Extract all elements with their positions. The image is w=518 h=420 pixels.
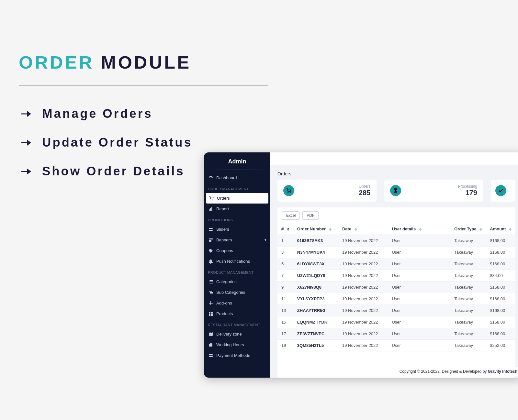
cell-date: 19 November 2022: [338, 235, 388, 247]
sidebar-item-label: Products: [216, 311, 233, 316]
cell-order-type: Takeaway: [450, 247, 486, 258]
cell-amount: $168.00: [486, 282, 515, 293]
arrow-right-icon: [21, 139, 31, 146]
table-row[interactable]: 9 X627NI93Q8 19 November 2022 User Takea…: [277, 282, 515, 293]
cell-user-details: User: [388, 293, 450, 305]
svg-marker-13: [419, 229, 422, 231]
bullet-text: Manage Orders: [42, 107, 153, 121]
barchart-icon: [208, 207, 213, 211]
column-header-user-details[interactable]: User details: [388, 223, 450, 235]
stat-cards: Orders 285 Processing 179: [270, 180, 518, 207]
cell-order-type: Takeaway: [450, 270, 486, 282]
sidebar-item-label: Categories: [216, 279, 237, 284]
sidebar-item-report[interactable]: Report: [204, 204, 270, 214]
table-row[interactable]: 11 VYLSYXPEP3 19 November 2022 User Take…: [277, 293, 515, 305]
sidebar-section-label: PRODUCT MANAGEMENT: [204, 267, 270, 276]
sidebar-section-label: RESTAURANT MANAGEMENT: [204, 319, 270, 329]
sort-icon: [287, 228, 289, 231]
column-header-label: User details: [392, 227, 416, 231]
cell-user-details: User: [388, 282, 450, 293]
stat-card-completed[interactable]: [491, 180, 515, 202]
column-header-amount[interactable]: Amount: [486, 223, 515, 235]
cell-user-details: User: [388, 305, 450, 316]
cell-order-number: VYLSYXPEP3: [293, 293, 338, 305]
table-row[interactable]: 19 3QM85H2TL5 19 November 2022 User Take…: [277, 340, 515, 351]
column-header-order-type[interactable]: Order Type: [450, 223, 486, 235]
plus-icon: [208, 301, 213, 305]
footer-text: Copyright © 2021-2022. Designed & Develo…: [400, 369, 488, 374]
sidebar-item-label: Coupons: [216, 248, 233, 253]
sidebar-item-dashboard[interactable]: Dashboard: [204, 172, 270, 183]
column-header-label: Order Type: [454, 227, 476, 231]
cell-date: 19 November 2022: [338, 293, 388, 305]
table-row[interactable]: 13 ZHAAYTRR5G 19 November 2022 User Take…: [277, 305, 515, 316]
cell-order-type: Takeaway: [450, 328, 486, 340]
sidebar-item-orders[interactable]: Orders: [206, 193, 268, 204]
sidebar-item-label: Payment Methods: [216, 353, 250, 358]
sidebar-item-label: Orders: [217, 196, 230, 201]
bullet-text: Update Order Status: [42, 136, 193, 149]
check-icon: [495, 185, 506, 196]
cell-amount: $168.00: [486, 258, 515, 270]
column-header-label: Amount: [490, 227, 506, 231]
cell-order-type: Takeaway: [450, 282, 486, 293]
stat-value: 285: [359, 189, 371, 197]
map-icon: [208, 332, 213, 337]
bullet-item: Manage Orders: [21, 107, 193, 121]
cell-index: 9: [277, 282, 293, 293]
table-row[interactable]: 7 U2W21LQDY8 19 November 2022 User Takea…: [277, 270, 515, 282]
cell-index: 5: [277, 258, 293, 270]
orders-table: # Order Number Date User details Order T…: [277, 223, 515, 351]
table-row[interactable]: 17 ZE3VZTNVPC 19 November 2022 User Take…: [277, 328, 515, 340]
export-buttons: Excel PDF: [277, 207, 515, 223]
bullet-text: Show Order Details: [42, 164, 185, 178]
cell-date: 19 November 2022: [338, 305, 388, 316]
column-header-date[interactable]: Date: [338, 223, 388, 235]
column-header-order-number[interactable]: Order Number: [293, 223, 338, 235]
sidebar-item-sliders[interactable]: Sliders: [204, 224, 270, 235]
sidebar-item-products[interactable]: Products: [204, 308, 270, 319]
svg-marker-3: [27, 140, 31, 146]
cell-date: 19 November 2022: [338, 340, 388, 351]
cell-order-number: ZHAAYTRR5G: [293, 305, 338, 316]
sidebar-item-label: Report: [216, 206, 229, 211]
table-row[interactable]: 5 6LDY08WE3X 19 November 2022 User Takea…: [277, 258, 515, 270]
cart-icon: [283, 185, 294, 196]
sidebar-item-coupons[interactable]: Coupons: [204, 245, 270, 256]
cell-user-details: User: [388, 258, 450, 270]
cell-date: 19 November 2022: [338, 258, 388, 270]
svg-marker-9: [329, 229, 332, 231]
svg-marker-1: [27, 111, 31, 117]
table-row[interactable]: 15 LQQNMZHYDK 19 November 2022 User Take…: [277, 316, 515, 328]
cell-date: 19 November 2022: [338, 247, 388, 258]
gauge-icon: [208, 176, 213, 180]
sidebar-item-sub-categories[interactable]: Sub Categories: [204, 287, 270, 298]
sidebar-item-categories[interactable]: Categories: [204, 276, 270, 287]
sidebar-item-working-hours[interactable]: Working Hours: [204, 339, 270, 350]
sidebar-item-label: Sub Categories: [216, 290, 245, 295]
svg-marker-15: [479, 229, 482, 231]
export-pdf-button[interactable]: PDF: [302, 211, 319, 220]
stat-card-orders[interactable]: Orders 285: [277, 180, 377, 202]
sidebar-item-banners[interactable]: Banners ▾: [204, 235, 270, 245]
sidebar-item-delivery-zone[interactable]: Delivery zone: [204, 329, 270, 339]
column-header-[interactable]: #: [277, 223, 293, 235]
cell-order-number: U2W21LQDY8: [293, 270, 338, 282]
export-excel-button[interactable]: Excel: [282, 211, 300, 220]
slide-title-part1: ORDER: [19, 52, 94, 72]
svg-marker-11: [355, 229, 357, 231]
sidebar-item-push-notifications[interactable]: Push Notifications: [204, 256, 270, 267]
stat-card-processing[interactable]: Processing 179: [384, 180, 483, 202]
sidebar: Admin Dashboard ORDER MANAGEMENT Orders …: [204, 152, 270, 378]
table-row[interactable]: 3 N3N47MYUK4 19 November 2022 User Takea…: [277, 247, 515, 258]
sidebar-item-label: Working Hours: [216, 342, 244, 347]
sidebar-divider: [207, 170, 267, 170]
stat-text: Processing 179: [458, 184, 477, 197]
sidebar-item-payment-methods[interactable]: Payment Methods: [204, 350, 270, 361]
table-row[interactable]: 1 0162BT8AK3 19 November 2022 User Takea…: [277, 235, 515, 247]
sidebar-item-label: Add-ons: [216, 301, 232, 305]
footer-link[interactable]: Gravity Infotech: [488, 369, 517, 374]
sidebar-item-add-ons[interactable]: Add-ons: [204, 298, 270, 308]
sort-icon: [509, 228, 512, 231]
cell-order-number: 0162BT8AK3: [293, 235, 338, 247]
